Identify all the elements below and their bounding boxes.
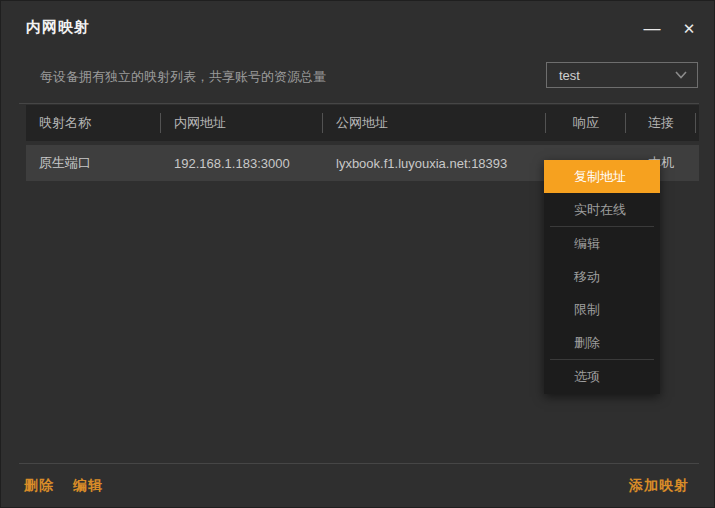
minimize-icon: — xyxy=(644,19,661,39)
close-button[interactable]: ✕ xyxy=(676,17,702,41)
device-dropdown[interactable]: test xyxy=(546,62,698,88)
column-header-lan: 内网地址 xyxy=(161,105,323,141)
close-icon: ✕ xyxy=(683,20,696,38)
minimize-button[interactable]: — xyxy=(639,17,665,41)
column-header-connection: 连接 xyxy=(626,105,696,141)
description-text: 每设备拥有独立的映射列表，共享账号的资源总量 xyxy=(40,68,326,86)
header-divider xyxy=(19,103,699,104)
edit-button[interactable]: 编辑 xyxy=(73,477,103,495)
context-menu: 复制地址 实时在线 编辑 移动 限制 删除 选项 xyxy=(544,160,660,394)
add-mapping-button[interactable]: 添加映射 xyxy=(629,477,689,495)
window-title: 内网映射 xyxy=(26,18,90,37)
menu-item-delete[interactable]: 删除 xyxy=(544,326,660,359)
cell-name: 原生端口 xyxy=(26,145,161,181)
menu-item-copy-address[interactable]: 复制地址 xyxy=(544,160,660,193)
menu-item-limit[interactable]: 限制 xyxy=(544,293,660,326)
column-header-name: 映射名称 xyxy=(26,105,161,141)
menu-item-edit[interactable]: 编辑 xyxy=(544,227,660,260)
column-header-response: 响应 xyxy=(546,105,626,141)
app-window: 内网映射 — ✕ 每设备拥有独立的映射列表，共享账号的资源总量 test 映射名… xyxy=(0,0,715,508)
menu-item-move[interactable]: 移动 xyxy=(544,260,660,293)
device-dropdown-value: test xyxy=(559,68,675,83)
cell-wan-address: lyxbook.f1.luyouxia.net:18393 xyxy=(323,145,546,181)
menu-item-realtime-online[interactable]: 实时在线 xyxy=(544,193,660,226)
delete-button[interactable]: 删除 xyxy=(24,477,54,495)
footer-divider xyxy=(19,463,699,464)
menu-item-options[interactable]: 选项 xyxy=(544,360,660,393)
column-header-wan: 公网地址 xyxy=(323,105,546,141)
chevron-down-icon xyxy=(675,71,687,79)
table-header: 映射名称 内网地址 公网地址 响应 连接 xyxy=(26,105,699,141)
cell-lan-address: 192.168.1.183:3000 xyxy=(161,145,323,181)
